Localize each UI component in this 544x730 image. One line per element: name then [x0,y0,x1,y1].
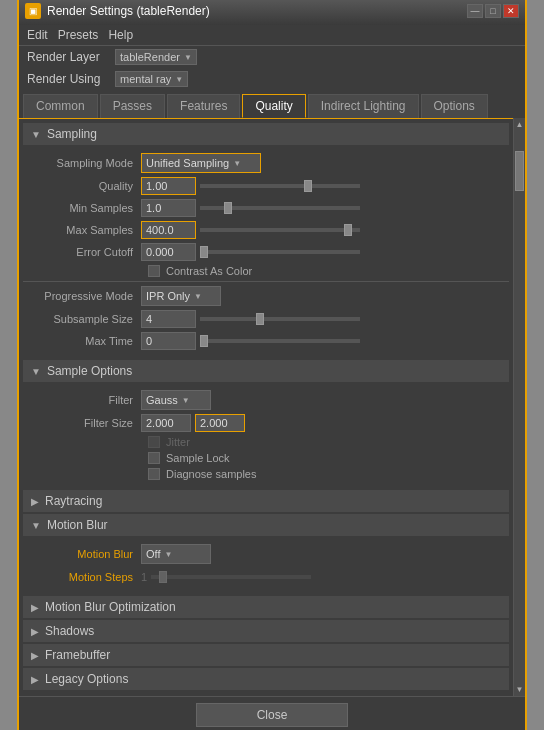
max-time-row: Max Time [23,330,509,352]
motion-blur-title: Motion Blur [47,518,108,532]
contrast-as-color-row: Contrast As Color [23,263,509,279]
sampling-mode-label: Sampling Mode [31,157,141,169]
motion-steps-row: Motion Steps 1 [23,566,509,588]
motion-blur-header[interactable]: ▼ Motion Blur [23,514,509,536]
sampling-mode-dropdown[interactable]: Unified Sampling ▼ [141,153,261,173]
sample-lock-checkbox[interactable] [148,452,160,464]
motion-steps-label: Motion Steps [31,571,141,583]
contrast-as-color-label: Contrast As Color [166,265,252,277]
motion-steps-slider[interactable] [151,575,311,579]
app-icon: ▣ [25,3,41,19]
raytracing-header[interactable]: ▶ Raytracing [23,490,509,512]
scroll-thumb[interactable] [515,151,524,191]
sample-options-header[interactable]: ▼ Sample Options [23,360,509,382]
filter-size-input-1[interactable] [141,414,191,432]
sampling-mode-row: Sampling Mode Unified Sampling ▼ [23,151,509,175]
restore-button[interactable]: □ [485,4,501,18]
sample-options-toggle-icon: ▼ [31,366,41,377]
vertical-scrollbar[interactable]: ▲ ▼ [513,118,525,696]
progressive-mode-value: IPR Only [146,290,190,302]
min-samples-input[interactable] [141,199,196,217]
render-using-row: Render Using mental ray ▼ [19,68,525,90]
max-samples-row: Max Samples [23,219,509,241]
quality-input[interactable] [141,177,196,195]
legacy-options-section: ▶ Legacy Options [23,668,509,690]
filter-dropdown[interactable]: Gauss ▼ [141,390,211,410]
framebuffer-title: Framebuffer [45,648,110,662]
motion-blur-optimization-toggle: ▶ [31,602,39,613]
scroll-up-arrow[interactable]: ▲ [514,118,525,131]
render-using-dropdown[interactable]: mental ray ▼ [115,71,188,87]
error-cutoff-slider[interactable] [200,250,360,254]
max-time-label: Max Time [31,335,141,347]
error-cutoff-control [141,243,501,261]
shadows-header[interactable]: ▶ Shadows [23,620,509,642]
min-samples-slider[interactable] [200,206,360,210]
tab-passes[interactable]: Passes [100,94,165,118]
filter-value: Gauss [146,394,178,406]
motion-blur-optimization-title: Motion Blur Optimization [45,600,176,614]
progressive-mode-label: Progressive Mode [31,290,141,302]
tabs-bar: Common Passes Features Quality Indirect … [19,90,525,118]
sampling-mode-value: Unified Sampling [146,157,229,169]
contrast-as-color-checkbox[interactable] [148,265,160,277]
progressive-mode-dropdown[interactable]: IPR Only ▼ [141,286,221,306]
max-samples-input[interactable] [141,221,196,239]
close-bar: Close [19,696,525,730]
minimize-button[interactable]: — [467,4,483,18]
legacy-options-toggle-icon: ▶ [31,674,39,685]
diagnose-samples-row: Diagnose samples [23,466,509,482]
window-controls: — □ ✕ [467,4,519,18]
tab-indirect-lighting[interactable]: Indirect Lighting [308,94,419,118]
menu-presets[interactable]: Presets [58,28,99,42]
tab-features[interactable]: Features [167,94,240,118]
filter-size-row: Filter Size [23,412,509,434]
shadows-title: Shadows [45,624,94,638]
raytracing-toggle-icon: ▶ [31,496,39,507]
filter-size-control [141,414,501,432]
progressive-mode-row: Progressive Mode IPR Only ▼ [23,284,509,308]
max-time-slider[interactable] [200,339,360,343]
title-bar: ▣ Render Settings (tableRender) — □ ✕ [19,0,525,25]
quality-slider[interactable] [200,184,360,188]
render-layer-row: Render Layer tableRender ▼ [19,46,525,68]
motion-steps-value: 1 [141,571,147,583]
tab-options[interactable]: Options [421,94,488,118]
jitter-checkbox[interactable] [148,436,160,448]
render-layer-dropdown[interactable]: tableRender ▼ [115,49,197,65]
render-layer-value: tableRender [120,51,180,63]
tab-quality[interactable]: Quality [242,94,305,118]
legacy-options-header[interactable]: ▶ Legacy Options [23,668,509,690]
subsample-size-input[interactable] [141,310,196,328]
motion-blur-dropdown[interactable]: Off ▼ [141,544,211,564]
diagnose-samples-checkbox[interactable] [148,468,160,480]
motion-blur-optimization-header[interactable]: ▶ Motion Blur Optimization [23,596,509,618]
progressive-mode-control: IPR Only ▼ [141,286,501,306]
progressive-mode-arrow: ▼ [194,292,202,301]
sampling-section-body: Sampling Mode Unified Sampling ▼ Quality [23,145,509,358]
sample-options-title: Sample Options [47,364,132,378]
render-using-label: Render Using [27,72,107,86]
subsample-size-slider[interactable] [200,317,360,321]
filter-size-input-2[interactable] [195,414,245,432]
framebuffer-section: ▶ Framebuffer [23,644,509,666]
error-cutoff-input[interactable] [141,243,196,261]
sample-options-section: ▼ Sample Options Filter Gauss ▼ [23,360,509,488]
motion-steps-control: 1 [141,571,501,583]
max-samples-slider[interactable] [200,228,360,232]
menu-help[interactable]: Help [108,28,133,42]
max-time-input[interactable] [141,332,196,350]
close-button[interactable]: Close [196,703,349,727]
sampling-section-header[interactable]: ▼ Sampling [23,123,509,145]
raytracing-title: Raytracing [45,494,102,508]
window-close-button[interactable]: ✕ [503,4,519,18]
error-cutoff-label: Error Cutoff [31,246,141,258]
scroll-down-arrow[interactable]: ▼ [514,683,525,696]
framebuffer-header[interactable]: ▶ Framebuffer [23,644,509,666]
sampling-mode-arrow: ▼ [233,159,241,168]
min-samples-control [141,199,501,217]
menu-edit[interactable]: Edit [27,28,48,42]
min-samples-row: Min Samples [23,197,509,219]
max-samples-control [141,221,501,239]
tab-common[interactable]: Common [23,94,98,118]
